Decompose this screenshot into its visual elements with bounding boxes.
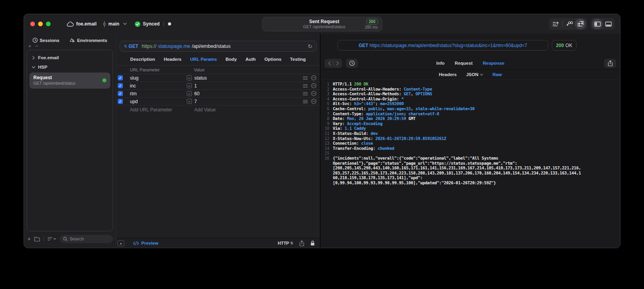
response-subtab-raw[interactable]: Raw xyxy=(493,72,502,77)
lock-icon[interactable] xyxy=(310,240,315,246)
chevron-down-icon xyxy=(480,74,483,76)
search-icon xyxy=(63,237,68,241)
response-line: 203,257,225,165,250,173,204,223,158,208,… xyxy=(321,171,620,176)
request-tab-auth[interactable]: Auth xyxy=(245,57,255,62)
branch-menu[interactable]: main xyxy=(103,21,127,27)
tab-environments[interactable]: Environments xyxy=(69,38,107,43)
response-line: 7Content-Type: application/json; charset… xyxy=(321,111,620,116)
requests-tree: Foe.emailHSP Request GET /api/embed/stat… xyxy=(27,50,113,231)
branch-icon xyxy=(103,21,106,27)
response-line: Operational"},"page":"status","page_url"… xyxy=(321,161,620,166)
param-checkbox[interactable]: ✓ xyxy=(118,99,123,104)
expand-panel-icon[interactable]: ▲ xyxy=(117,240,124,246)
main-content: Sessions Environments + − Foe.emailHSP xyxy=(24,34,620,248)
unsaved-indicator-dot xyxy=(168,22,171,25)
request-tab-testing[interactable]: Testing xyxy=(290,57,306,62)
param-name-field[interactable]: upd xyxy=(130,99,187,104)
tab-environments-label: Environments xyxy=(77,38,107,43)
param-row-rtm: ✓rtm=60 xyxy=(116,90,320,98)
param-value-field[interactable]: 7 xyxy=(194,99,303,104)
request-duration: 280 ms xyxy=(365,25,378,29)
sidebar-item-request[interactable]: Request GET /api/embed/status xyxy=(29,73,110,89)
request-tab-options[interactable]: Options xyxy=(265,57,281,62)
request-tab-description[interactable]: Description xyxy=(130,57,155,62)
history-forward-icon[interactable] xyxy=(334,61,341,65)
share-request-icon[interactable] xyxy=(299,240,304,246)
param-checkbox[interactable]: ✓ xyxy=(118,83,123,88)
remove-request-button[interactable]: − xyxy=(35,44,38,49)
param-menu-icon[interactable] xyxy=(303,76,308,80)
add-param-placeholder[interactable]: Add URL Parameter xyxy=(130,107,194,113)
add-request-button[interactable]: + xyxy=(28,44,31,49)
current-request-pill[interactable]: Sent Request GET /api/embed/status 200 2… xyxy=(262,17,382,31)
param-menu-icon[interactable] xyxy=(303,84,308,88)
param-name-field[interactable]: inc xyxy=(130,83,187,89)
param-checkbox[interactable]: ✓ xyxy=(118,91,123,96)
response-line: 13Connection: close xyxy=(321,141,620,146)
param-row-upd: ✓upd=7 xyxy=(116,98,320,105)
project-menu[interactable]: foe.email xyxy=(66,21,97,27)
param-value-field[interactable]: 60 xyxy=(194,91,303,96)
param-menu-icon[interactable] xyxy=(303,92,308,96)
params-table-body: ✓slug=status✓inc=1✓rtm=60✓upd=7 xyxy=(116,74,320,105)
environments-icon xyxy=(69,38,75,43)
response-subtab-json[interactable]: JSON xyxy=(466,72,483,77)
param-row-inc: ✓inc=1 xyxy=(116,82,320,90)
request-tab-body[interactable]: Body xyxy=(226,57,237,62)
protocol-label: HTTP xyxy=(278,241,289,245)
response-line: 1HTTP/1.1 200 OK xyxy=(321,82,620,87)
response-subtab-headers[interactable]: Headers xyxy=(439,72,456,77)
app-window: foe.email main Synced xyxy=(24,14,620,248)
param-remove-icon[interactable] xyxy=(311,91,316,96)
param-menu-icon[interactable] xyxy=(303,100,308,104)
close-window-icon[interactable] xyxy=(30,22,35,26)
param-remove-icon[interactable] xyxy=(311,75,316,80)
resend-request-icon[interactable]: ↻ xyxy=(308,44,312,49)
response-tab-request[interactable]: Request xyxy=(455,61,473,65)
response-line: [0,99.94,100,99.93,99.98,99.95,100],"upd… xyxy=(321,180,620,185)
sidebar-group-hsp[interactable]: HSP xyxy=(29,62,111,72)
request-tab-headers[interactable]: Headers xyxy=(164,57,181,62)
param-remove-icon[interactable] xyxy=(311,99,316,104)
sort-options-icon[interactable] xyxy=(47,237,56,241)
toggle-left-panel-icon[interactable] xyxy=(592,18,603,29)
param-name-field[interactable]: slug xyxy=(130,75,187,81)
param-value-field[interactable]: 1 xyxy=(194,83,303,89)
response-tab-info[interactable]: Info xyxy=(436,61,445,65)
param-checkbox[interactable]: ✓ xyxy=(118,75,123,80)
group-label: HSP xyxy=(38,65,47,69)
history-back-icon[interactable] xyxy=(325,61,333,65)
equals-icon: = xyxy=(187,99,192,104)
requests-list-icon[interactable] xyxy=(550,18,561,29)
sync-status[interactable]: Synced xyxy=(135,21,160,27)
zoom-window-icon[interactable] xyxy=(46,22,51,26)
tab-sessions[interactable]: Sessions xyxy=(33,38,60,43)
param-remove-icon[interactable] xyxy=(311,83,316,88)
new-item-icon[interactable]: + xyxy=(27,236,31,241)
param-value-field[interactable]: status xyxy=(194,75,303,81)
toggle-bottom-panel-icon[interactable] xyxy=(603,18,614,29)
history-clock-icon[interactable] xyxy=(346,59,358,68)
merge-branches-icon[interactable] xyxy=(564,18,575,29)
response-tab-response[interactable]: Response xyxy=(483,61,504,65)
search-input[interactable]: Search xyxy=(60,235,113,243)
param-row-slug: ✓slug=status xyxy=(116,74,320,82)
param-name-field[interactable]: rtm xyxy=(130,91,187,96)
response-line: 10Via: 1.1 Caddy xyxy=(321,126,620,131)
new-folder-icon[interactable] xyxy=(34,236,40,242)
sent-method: GET xyxy=(359,43,369,48)
request-tab-url-params[interactable]: URL Params xyxy=(190,57,217,62)
export-response-icon[interactable] xyxy=(604,59,616,68)
add-param-row[interactable]: Add URL Parameter Add Value xyxy=(116,105,320,114)
sent-request-url[interactable]: GET https://statuspage.me/api/embed/stat… xyxy=(338,40,548,51)
url-bar[interactable]: ⇅ GET https://statuspage.me/api/embed/st… xyxy=(120,41,317,52)
sync-changes-icon[interactable] xyxy=(575,18,586,29)
sidebar-group-foe-email[interactable]: Foe.email xyxy=(29,53,111,62)
raw-response-view[interactable]: 1HTTP/1.1 200 OK2Access-Control-Allow-He… xyxy=(321,80,620,248)
add-value-placeholder[interactable]: Add Value xyxy=(194,107,216,113)
preview-button[interactable]: Preview xyxy=(133,241,158,245)
response-status-box: 200 OK xyxy=(552,40,576,51)
sync-label: Synced xyxy=(143,21,160,27)
minimize-window-icon[interactable] xyxy=(38,22,43,26)
protocol-selector[interactable]: HTTP ⇅ xyxy=(278,241,293,245)
